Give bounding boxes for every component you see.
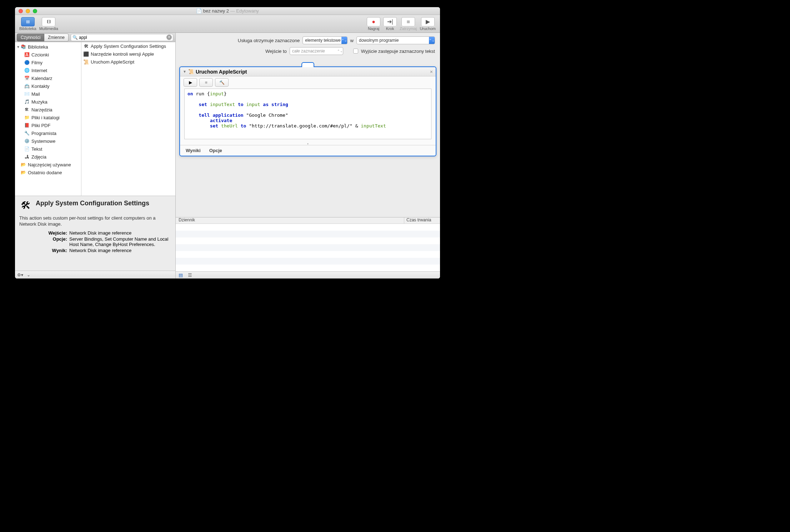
biblioteka-icon: ▤	[26, 19, 30, 24]
output-replaces-checkbox[interactable]	[353, 49, 358, 54]
document-name: bez nazwy 2	[203, 8, 229, 14]
smart-folder-icon: 📂	[20, 170, 26, 175]
category-icon: 🎵	[24, 99, 30, 105]
output-replaces-label: Wyjście zastępuje zaznaczony tekst	[361, 49, 435, 54]
application-select[interactable]: dowolnym programie⌃⌄	[356, 36, 435, 44]
category-icon: ✉️	[24, 91, 30, 97]
library-header: Czynności Zmienne 🔍 ×	[15, 33, 175, 42]
category-item[interactable]: 🔵Filmy	[15, 59, 81, 66]
biblioteka-button[interactable]: ▤Biblioteka	[18, 17, 38, 31]
document-status: Edytowany	[236, 8, 259, 14]
category-icon: 🔧	[24, 130, 30, 136]
category-icon: 📅	[24, 75, 30, 81]
category-item[interactable]: 🔧Programista	[15, 129, 81, 137]
resize-handle-icon[interactable]: ●	[307, 142, 309, 145]
action-result-item[interactable]: 🛠Apply System Configuration Settings	[81, 42, 175, 50]
category-item[interactable]: 🏞Zdjęcia	[15, 153, 81, 161]
category-icon: 📁	[24, 115, 30, 120]
search-input[interactable]	[71, 34, 173, 41]
smart-folder-item[interactable]: 📂Najczęściej używane	[15, 161, 81, 169]
clear-search-icon[interactable]: ×	[166, 35, 172, 40]
smart-folder-icon: 📂	[20, 162, 26, 167]
action-result-item[interactable]: 📜Uruchom AppleScript	[81, 58, 175, 66]
input-scope-select[interactable]: całe zaznaczenie⌃⌄	[290, 47, 343, 55]
category-item[interactable]: 🌐Internet	[15, 66, 81, 74]
log-rows	[176, 224, 440, 271]
window-title: 📄 bez nazwy 2 — Edytowany	[15, 8, 440, 14]
options-tab[interactable]: Opcje	[209, 148, 222, 153]
library-tree[interactable]: ▼ 📚 Biblioteka 🅰️Czcionki🔵Filmy🌐Internet…	[15, 42, 81, 196]
library-footer: ⚙︎▾ ⌄	[15, 271, 175, 278]
stop-script-button[interactable]: ■	[199, 78, 213, 87]
library-panel: Czynności Zmienne 🔍 × ▼ 📚 Biblioteka	[15, 33, 176, 278]
category-item[interactable]: 📕Pliki PDF	[15, 121, 81, 129]
play-icon: ▶	[189, 80, 192, 85]
category-item[interactable]: 📁Pliki i katalogi	[15, 114, 81, 121]
results-tab[interactable]: Wyniki	[186, 148, 201, 153]
workflow-panel: Usługa otrzymuje zaznaczone elementy tek…	[176, 33, 440, 278]
titlebar: 📄 bez nazwy 2 — Edytowany	[15, 7, 440, 15]
dropdown-icon: ⌃⌄	[429, 37, 435, 44]
disclosure-triangle-icon[interactable]: ▼	[16, 45, 20, 49]
action-result-item[interactable]: ⬛Narzędzie kontroli wersji Apple	[81, 50, 175, 58]
info-row: Wynik:Network Disk image reference	[19, 248, 171, 253]
uruchom-button[interactable]: ▶Uruchom	[418, 17, 437, 31]
category-item[interactable]: 🎵Muzyka	[15, 98, 81, 106]
zatrzymaj-button: ■Zatrzymaj	[398, 17, 418, 31]
category-item[interactable]: 📅Kalendarz	[15, 74, 81, 82]
zatrzymaj-icon: ■	[406, 19, 410, 25]
close-card-icon[interactable]: ×	[430, 69, 433, 75]
script-editor[interactable]: on run {input} set inputText to input as…	[184, 89, 431, 139]
input-type-select[interactable]: elementy tekstowe⌃⌄	[302, 36, 347, 44]
category-icon: 🌐	[24, 67, 30, 73]
category-icon: 🛠	[24, 107, 30, 112]
hammer-icon: 🔨	[219, 80, 225, 85]
category-item[interactable]: 🅰️Czcionki	[15, 51, 81, 59]
multimedia-icon: 🎞	[47, 20, 51, 24]
tree-root-item[interactable]: ▼ 📚 Biblioteka	[15, 43, 81, 51]
info-row: Wejście:Network Disk image reference	[19, 230, 171, 236]
stop-icon: ■	[205, 80, 207, 85]
action-icon: ⬛	[83, 51, 89, 57]
category-item[interactable]: ✉️Mail	[15, 90, 81, 98]
connector-icon	[301, 62, 314, 67]
smart-folder-item[interactable]: 📂Ostatnio dodane	[15, 169, 81, 176]
run-script-button[interactable]: ▶	[184, 78, 197, 87]
minimize-window-icon[interactable]	[26, 9, 30, 13]
compile-script-button[interactable]: 🔨	[215, 78, 229, 87]
log-col-duration[interactable]: Czas trwania	[404, 217, 440, 224]
category-item[interactable]: 📄Tekst	[15, 145, 81, 153]
info-description: This action sets custom per-host setting…	[19, 215, 171, 227]
gear-icon[interactable]: ⚙︎▾	[17, 272, 23, 277]
uruchom-icon: ▶	[426, 18, 430, 25]
action-card-applescript: ▼ 📜 Uruchom AppleScript × ▶ ■ 🔨 on run {…	[179, 66, 436, 156]
nagraj-button[interactable]: ●Nagraj	[365, 17, 382, 31]
in-label: w	[350, 38, 354, 43]
main-toolbar: ▤Biblioteka🎞Multimedia ●Nagraj➔|Krok■Zat…	[15, 15, 440, 33]
category-item[interactable]: 📇Kontakty	[15, 82, 81, 90]
tab-variables[interactable]: Zmienne	[44, 34, 69, 41]
category-icon: 🔵	[24, 60, 30, 65]
input-is-label: Wejście to	[265, 49, 287, 54]
card-footer: Wyniki Opcje	[180, 145, 436, 156]
card-header[interactable]: ▼ 📜 Uruchom AppleScript ×	[180, 67, 436, 76]
log-col-message[interactable]: Dziennik	[176, 217, 404, 224]
close-window-icon[interactable]	[19, 9, 23, 13]
log-view-icon[interactable]: ▤	[179, 272, 183, 278]
krok-button[interactable]: ➔|Krok	[382, 17, 398, 31]
action-info-panel: 🛠 Apply System Configuration Settings Th…	[15, 196, 175, 271]
zoom-window-icon[interactable]	[33, 9, 37, 13]
krok-icon: ➔|	[387, 18, 393, 25]
workflow-canvas[interactable]: ▼ 📜 Uruchom AppleScript × ▶ ■ 🔨 on run {…	[176, 61, 440, 217]
category-item[interactable]: ⚙️Systemowe	[15, 137, 81, 145]
info-title: Apply System Configuration Settings	[36, 200, 149, 212]
category-item[interactable]: 🛠Narzędzia	[15, 106, 81, 114]
log-list-icon[interactable]: ☰	[188, 272, 192, 278]
info-action-icon: 🛠	[19, 200, 32, 212]
tab-actions[interactable]: Czynności	[17, 34, 44, 41]
disclosure-triangle-icon[interactable]: ▼	[183, 70, 186, 74]
script-toolbar: ▶ ■ 🔨	[180, 76, 436, 89]
library-results[interactable]: 🛠Apply System Configuration Settings⬛Nar…	[81, 42, 175, 196]
multimedia-button[interactable]: 🎞Multimedia	[38, 17, 60, 31]
expand-icon[interactable]: ⌄	[27, 272, 30, 277]
